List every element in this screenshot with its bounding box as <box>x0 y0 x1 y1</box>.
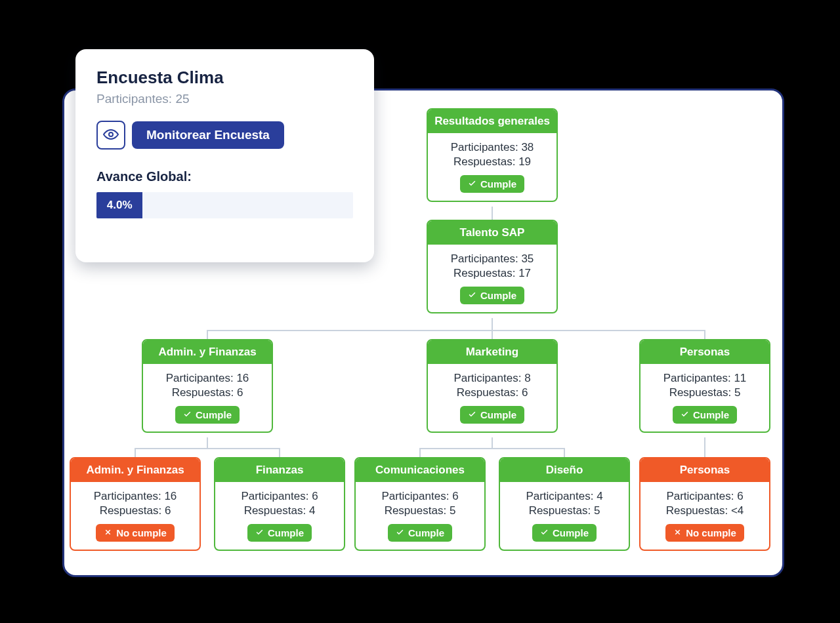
connector <box>492 207 493 220</box>
node-body: Participantes: 35 Respuestas: 17 Cumple <box>428 245 556 312</box>
node-body: Participantes: 38 Respuestas: 19 Cumple <box>428 133 556 201</box>
check-icon <box>396 527 404 538</box>
status-badge: Cumple <box>460 175 524 193</box>
view-button[interactable] <box>96 121 125 150</box>
connector <box>419 448 421 457</box>
avance-global-label: Avance Global: <box>96 169 353 184</box>
node-personas-leaf[interactable]: Personas Participantes: 6 Respuestas: <4… <box>639 457 770 551</box>
connector <box>207 437 208 448</box>
node-title: Comunicaciones <box>356 458 484 482</box>
node-body: Participantes: 6 Respuestas: <4 No cumpl… <box>640 482 769 550</box>
node-admin-y-finanzas[interactable]: Admin. y Finanzas Participantes: 16 Resp… <box>142 339 273 433</box>
check-icon <box>468 178 476 190</box>
progress-fill: 4.0% <box>96 192 142 218</box>
status-badge: Cumple <box>175 406 240 424</box>
progress-bar: 4.0% <box>96 192 353 218</box>
connector <box>564 448 565 457</box>
svg-point-0 <box>109 132 113 136</box>
node-comunicaciones[interactable]: Comunicaciones Participantes: 6 Respuest… <box>354 457 486 551</box>
check-icon <box>468 409 476 420</box>
connector <box>135 448 280 449</box>
connector <box>492 437 493 448</box>
status-badge: No cumple <box>665 524 744 542</box>
node-admin-y-finanzas-leaf[interactable]: Admin. y Finanzas Participantes: 16 Resp… <box>70 457 201 551</box>
check-icon <box>183 409 192 420</box>
node-title: Admin. y Finanzas <box>71 458 200 482</box>
check-icon <box>468 290 476 301</box>
status-badge: Cumple <box>460 287 524 304</box>
connector <box>704 330 705 339</box>
status-badge: Cumple <box>460 406 524 424</box>
participants-value: 25 <box>175 92 189 106</box>
node-title: Admin. y Finanzas <box>143 340 272 364</box>
status-badge: Cumple <box>388 524 452 542</box>
check-icon <box>255 527 264 538</box>
status-badge: Cumple <box>673 406 737 424</box>
node-body: Participantes: 11 Respuestas: 5 Cumple <box>640 364 769 432</box>
node-body: Participantes: 4 Respuestas: 5 Cumple <box>500 482 629 550</box>
connector <box>207 330 705 331</box>
connector <box>279 448 280 457</box>
check-icon <box>681 409 689 420</box>
connector <box>704 437 705 457</box>
node-title: Marketing <box>428 340 556 364</box>
node-body: Participantes: 6 Respuestas: 5 Cumple <box>356 482 484 550</box>
node-body: Participantes: 6 Respuestas: 4 Cumple <box>215 482 344 550</box>
node-body: Participantes: 16 Respuestas: 6 No cumpl… <box>71 482 200 550</box>
node-body: Participantes: 16 Respuestas: 6 Cumple <box>143 364 272 432</box>
eye-icon <box>103 127 119 144</box>
node-finanzas[interactable]: Finanzas Participantes: 6 Respuestas: 4 … <box>214 457 345 551</box>
survey-title: Encuesta Clima <box>96 68 353 88</box>
node-body: Participantes: 8 Respuestas: 6 Cumple <box>428 364 556 432</box>
x-icon <box>673 527 682 538</box>
node-title: Diseño <box>500 458 629 482</box>
action-row: Monitorear Encuesta <box>96 121 353 150</box>
node-title: Personas <box>640 340 769 364</box>
node-title: Resultados generales <box>428 110 556 133</box>
connector <box>207 330 208 339</box>
node-marketing[interactable]: Marketing Participantes: 8 Respuestas: 6… <box>427 339 558 433</box>
connector <box>492 318 493 330</box>
connector <box>492 330 493 339</box>
participants-label: Participantes: <box>96 92 172 106</box>
status-badge: Cumple <box>247 524 312 542</box>
status-badge: No cumple <box>96 524 175 542</box>
node-title: Talento SAP <box>428 221 556 245</box>
participants-line: Participantes: 25 <box>96 92 353 106</box>
node-title: Finanzas <box>215 458 344 482</box>
x-icon <box>104 527 112 538</box>
info-card: Encuesta Clima Participantes: 25 Monitor… <box>75 49 374 262</box>
monitor-survey-button[interactable]: Monitorear Encuesta <box>132 121 284 149</box>
node-resultados-generales[interactable]: Resultados generales Participantes: 38 R… <box>427 108 558 202</box>
connector <box>419 448 565 449</box>
node-talento-sap[interactable]: Talento SAP Participantes: 35 Respuestas… <box>427 220 558 313</box>
node-personas[interactable]: Personas Participantes: 11 Respuestas: 5… <box>639 339 770 433</box>
node-title: Personas <box>640 458 769 482</box>
status-badge: Cumple <box>532 524 597 542</box>
check-icon <box>540 527 549 538</box>
connector <box>135 448 136 457</box>
node-diseno[interactable]: Diseño Participantes: 4 Respuestas: 5 Cu… <box>499 457 630 551</box>
